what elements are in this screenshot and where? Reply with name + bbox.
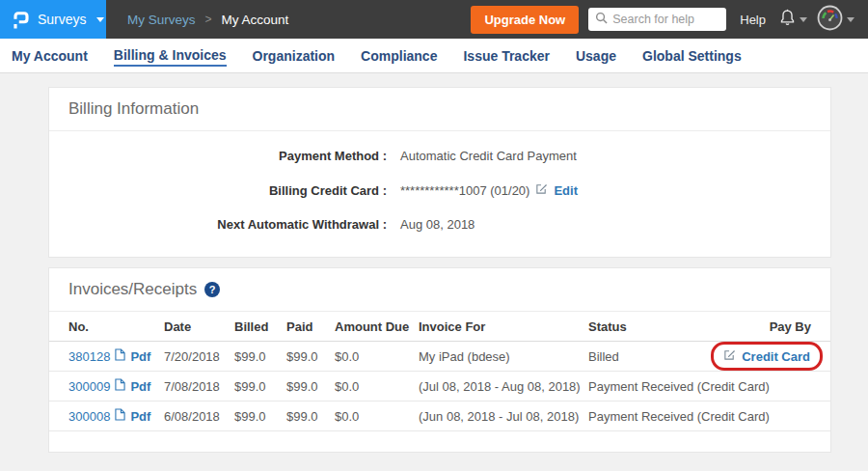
- notifications-button[interactable]: [779, 9, 807, 30]
- invoice-number-link[interactable]: 300009: [68, 379, 110, 394]
- invoice-date: 7/20/2018: [164, 349, 234, 364]
- payment-method-value: Automatic Credit Card Payment: [400, 149, 577, 163]
- col-amount-due: Amount Due: [335, 319, 419, 334]
- col-date: Date: [164, 319, 234, 334]
- invoice-paid: $99.0: [286, 349, 335, 364]
- invoice-for: (Jul 08, 2018 - Aug 08, 2018): [419, 379, 588, 394]
- invoice-status: Billed: [588, 349, 711, 364]
- col-billed: Billed: [234, 319, 286, 334]
- chevron-down-icon: [847, 17, 854, 22]
- billing-credit-card-label: Billing Credit Card :: [68, 183, 387, 198]
- invoice-amount-due: $0.0: [335, 379, 419, 394]
- edit-pencil-icon: [535, 182, 548, 198]
- invoice-status: Payment Received (Credit Card): [588, 379, 811, 394]
- pdf-link[interactable]: Pdf: [130, 379, 150, 394]
- col-no: No.: [68, 319, 164, 334]
- product-switcher[interactable]: Surveys: [0, 0, 106, 39]
- invoice-date: 6/08/2018: [164, 409, 234, 424]
- pdf-link[interactable]: Pdf: [130, 409, 150, 424]
- col-pay-by: Pay By: [770, 319, 811, 334]
- pay-by-credit-card-link[interactable]: Credit Card: [742, 349, 810, 364]
- search-input[interactable]: [612, 13, 719, 26]
- invoices-receipts-card: Invoices/Receipts ? No. Date Billed Paid…: [48, 267, 831, 453]
- invoice-row: 300008 Pdf 6/08/2018 $99.0 $99.0 $0.0 (J…: [49, 402, 830, 431]
- tab-compliance[interactable]: Compliance: [361, 46, 437, 66]
- next-withdrawal-row: Next Automatic Withdrawal : Aug 08, 2018: [68, 208, 811, 241]
- invoice-date: 7/08/2018: [164, 379, 234, 394]
- billing-information-card: Billing Information Payment Method : Aut…: [48, 87, 831, 258]
- tab-usage[interactable]: Usage: [576, 46, 616, 66]
- red-highlight-annotation: Credit Card: [711, 342, 823, 371]
- breadcrumb-my-account: My Account: [222, 13, 289, 27]
- breadcrumb-separator: >: [205, 13, 212, 26]
- invoice-billed: $99.0: [234, 379, 286, 394]
- payment-method-row: Payment Method : Automatic Credit Card P…: [68, 139, 811, 173]
- edit-pencil-icon: [723, 348, 736, 364]
- payment-method-label: Payment Method :: [68, 149, 387, 163]
- tab-billing-invoices[interactable]: Billing & Invoices: [114, 45, 227, 67]
- pdf-file-icon: [115, 408, 125, 424]
- next-withdrawal-label: Next Automatic Withdrawal :: [68, 217, 387, 232]
- invoice-amount-due: $0.0: [335, 349, 419, 364]
- product-switcher-label: Surveys: [38, 12, 87, 27]
- tab-issue-tracker[interactable]: Issue Tracker: [463, 46, 550, 66]
- next-withdrawal-value: Aug 08, 2018: [400, 217, 475, 232]
- col-paid: Paid: [286, 319, 335, 334]
- col-invoice-for: Invoice For: [419, 319, 588, 334]
- col-status: Status: [588, 319, 770, 334]
- tab-global-settings[interactable]: Global Settings: [642, 46, 742, 66]
- invoice-row: 380128 Pdf 7/20/2018 $99.0 $99.0 $0.0 My…: [49, 342, 830, 372]
- tab-organization[interactable]: Organization: [253, 46, 336, 66]
- upgrade-now-button[interactable]: Upgrade Now: [471, 6, 579, 34]
- tab-my-account[interactable]: My Account: [12, 46, 88, 66]
- breadcrumb: My Surveys > My Account: [127, 13, 288, 27]
- invoice-for: My iPad (bdese): [419, 349, 588, 364]
- breadcrumb-my-surveys[interactable]: My Surveys: [127, 13, 196, 27]
- avatar: [817, 5, 843, 34]
- edit-credit-card-link[interactable]: Edit: [554, 183, 578, 198]
- billing-credit-card-value: ************1007 (01/20): [400, 183, 529, 198]
- search-icon: [595, 12, 608, 27]
- pdf-file-icon: [115, 348, 125, 364]
- invoice-table-header: No. Date Billed Paid Amount Due Invoice …: [49, 312, 830, 342]
- user-menu[interactable]: [817, 5, 854, 34]
- help-link[interactable]: Help: [740, 13, 766, 27]
- invoices-receipts-title: Invoices/Receipts: [68, 280, 197, 299]
- pdf-file-icon: [115, 378, 125, 394]
- chevron-down-icon: [800, 17, 807, 22]
- invoice-for: (Jun 08, 2018 - Jul 08, 2018): [419, 409, 588, 424]
- invoice-billed: $99.0: [234, 349, 286, 364]
- billing-credit-card-row: Billing Credit Card : ************1007 (…: [68, 173, 811, 208]
- invoice-number-link[interactable]: 380128: [68, 349, 110, 364]
- invoice-row: 300009 Pdf 7/08/2018 $99.0 $99.0 $0.0 (J…: [49, 372, 830, 402]
- invoice-number-link[interactable]: 300008: [68, 409, 110, 424]
- question-circle-icon[interactable]: ?: [204, 282, 220, 297]
- account-nav-tabs: My Account Billing & Invoices Organizati…: [0, 39, 868, 73]
- questionpro-logo-icon: [10, 8, 30, 32]
- chevron-down-icon: [96, 17, 104, 22]
- pdf-link[interactable]: Pdf: [130, 349, 150, 364]
- bell-icon: [779, 9, 796, 30]
- billing-information-title: Billing Information: [68, 99, 199, 119]
- invoice-paid: $99.0: [286, 379, 335, 394]
- invoice-amount-due: $0.0: [335, 409, 419, 424]
- help-search-box[interactable]: [588, 8, 726, 31]
- top-header: Surveys My Surveys > My Account Upgrade …: [0, 0, 868, 39]
- invoice-billed: $99.0: [234, 409, 286, 424]
- invoice-status: Payment Received (Credit Card): [588, 409, 811, 424]
- invoice-paid: $99.0: [286, 409, 335, 424]
